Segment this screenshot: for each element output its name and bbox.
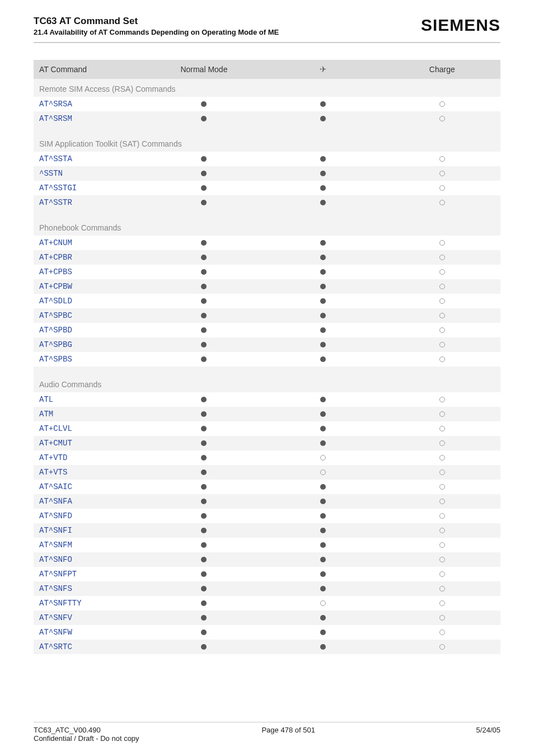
empty-dot-icon [439, 600, 445, 606]
at-command-link[interactable]: AT^SRSM [34, 111, 146, 126]
cell-airplane-mode [263, 567, 384, 581]
cell-normal-mode [146, 596, 263, 611]
at-command-link[interactable]: AT^SNFTTY [34, 596, 146, 611]
section-title: Audio Commands [34, 367, 500, 392]
at-command-link[interactable]: AT^SNFA [34, 494, 146, 509]
table-row: AT^SPBG [34, 337, 500, 352]
cell-charge-mode [383, 265, 500, 279]
filled-dot-icon [320, 327, 326, 333]
at-command-link[interactable]: ATL [34, 392, 146, 407]
filled-dot-icon [320, 185, 326, 191]
at-command-link[interactable]: AT^SPBG [34, 337, 146, 352]
table-row: AT+CLVL [34, 421, 500, 436]
cell-normal-mode [146, 640, 263, 654]
at-command-link[interactable]: AT+CPBS [34, 265, 146, 279]
cell-normal-mode [146, 436, 263, 450]
at-command-link[interactable]: AT^SNFS [34, 581, 146, 596]
cell-airplane-mode [263, 265, 384, 279]
filled-dot-icon [320, 342, 326, 348]
filled-dot-icon [201, 116, 207, 121]
at-command-link[interactable]: AT+CLVL [34, 421, 146, 436]
cell-charge-mode [383, 611, 500, 625]
at-command-link[interactable]: AT^SPBS [34, 352, 146, 367]
table-row: AT^SNFO [34, 552, 500, 567]
at-command-link[interactable]: AT+CPBR [34, 250, 146, 265]
filled-dot-icon [320, 484, 326, 490]
section-title: SIM Application Toolkit (SAT) Commands [34, 126, 500, 152]
at-command-link[interactable]: AT^SNFD [34, 509, 146, 523]
at-command-link[interactable]: AT^SSTGI [34, 181, 146, 195]
filled-dot-icon [320, 156, 326, 162]
table-row: AT+CNUM [34, 236, 500, 250]
at-command-link[interactable]: AT^SRTC [34, 640, 146, 654]
cell-normal-mode [146, 111, 263, 126]
at-command-link[interactable]: AT+CPBW [34, 279, 146, 294]
cell-normal-mode [146, 294, 263, 308]
cell-airplane-mode [263, 352, 384, 367]
cell-normal-mode [146, 407, 263, 421]
table-row: AT+CMUT [34, 436, 500, 450]
at-command-link[interactable]: AT^SRSA [34, 97, 146, 111]
cell-normal-mode [146, 552, 263, 567]
filled-dot-icon [320, 298, 326, 304]
filled-dot-icon [201, 600, 207, 606]
cell-normal-mode [146, 152, 263, 166]
cell-normal-mode [146, 450, 263, 465]
cell-charge-mode [383, 407, 500, 421]
at-command-link[interactable]: AT+CNUM [34, 236, 146, 250]
section-header-row: Audio Commands [34, 367, 500, 392]
page-footer: TC63_ATC_V00.490 Page 478 of 501 5/24/05… [34, 722, 500, 743]
at-command-link[interactable]: AT^SNFPT [34, 567, 146, 581]
empty-dot-icon [439, 426, 445, 431]
filled-dot-icon [201, 513, 207, 519]
header-left: TC63 AT Command Set 21.4 Availability of… [34, 16, 279, 36]
at-command-link[interactable]: ATM [34, 407, 146, 421]
at-command-link[interactable]: AT^SSTR [34, 195, 146, 210]
cell-charge-mode [383, 450, 500, 465]
empty-dot-icon [439, 571, 445, 577]
table-row: AT^SDLD [34, 294, 500, 308]
table-row: AT^SNFD [34, 509, 500, 523]
cell-normal-mode [146, 581, 263, 596]
at-command-link[interactable]: AT+CMUT [34, 436, 146, 450]
filled-dot-icon [320, 557, 326, 562]
table-row: AT^SNFW [34, 625, 500, 640]
empty-dot-icon [439, 284, 445, 289]
cell-normal-mode [146, 480, 263, 494]
cell-airplane-mode [263, 111, 384, 126]
cell-airplane-mode [263, 392, 384, 407]
at-command-link[interactable]: AT^SSTA [34, 152, 146, 166]
at-command-link[interactable]: AT^SNFW [34, 625, 146, 640]
at-command-link[interactable]: ^SSTN [34, 166, 146, 181]
at-command-link[interactable]: AT^SPBD [34, 323, 146, 337]
at-command-link[interactable]: AT+VTD [34, 450, 146, 465]
at-command-link[interactable]: AT^SNFV [34, 611, 146, 625]
at-command-link[interactable]: AT^SDLD [34, 294, 146, 308]
cell-charge-mode [383, 152, 500, 166]
empty-dot-icon [439, 484, 445, 490]
cell-normal-mode [146, 392, 263, 407]
table-row: ^SSTN [34, 166, 500, 181]
cell-airplane-mode [263, 421, 384, 436]
at-command-link[interactable]: AT^SNFM [34, 538, 146, 552]
filled-dot-icon [320, 200, 326, 205]
cell-charge-mode [383, 480, 500, 494]
empty-dot-icon [439, 542, 445, 548]
table-row: AT+VTD [34, 450, 500, 465]
at-command-link[interactable]: AT^SNFO [34, 552, 146, 567]
at-command-link[interactable]: AT^SPBC [34, 308, 146, 323]
cell-airplane-mode [263, 581, 384, 596]
at-command-link[interactable]: AT^SNFI [34, 523, 146, 538]
table-row: AT^SAIC [34, 480, 500, 494]
filled-dot-icon [320, 542, 326, 548]
filled-dot-icon [201, 528, 207, 533]
empty-dot-icon [320, 469, 326, 475]
filled-dot-icon [201, 200, 207, 205]
cell-charge-mode [383, 465, 500, 480]
at-command-link[interactable]: AT+VTS [34, 465, 146, 480]
cell-airplane-mode [263, 250, 384, 265]
at-command-link[interactable]: AT^SAIC [34, 480, 146, 494]
filled-dot-icon [320, 284, 326, 289]
footer-doc-id: TC63_ATC_V00.490 [34, 726, 101, 734]
empty-dot-icon [439, 240, 445, 246]
